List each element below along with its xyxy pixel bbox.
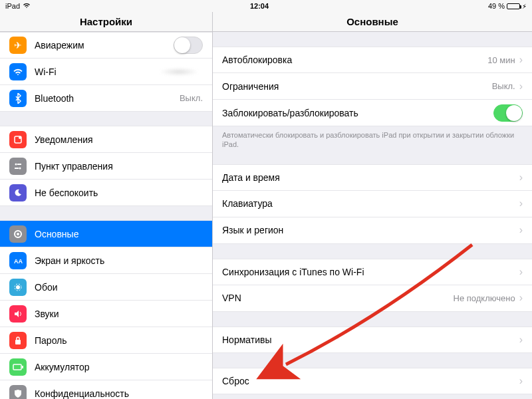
sidebar-item-wifi[interactable]: Wi-Fi [0, 59, 212, 85]
lockunlock-footer: Автоматически блокировать и разблокирова… [213, 126, 532, 150]
svg-rect-11 [15, 340, 21, 344]
row-regulatory[interactable]: Нормативы › [213, 327, 532, 353]
sidebar-item-general[interactable]: Основные [0, 221, 212, 247]
control-center-icon [9, 158, 27, 175]
clock: 12:04 [31, 2, 488, 10]
chevron-right-icon: › [519, 375, 523, 387]
dnd-icon [9, 184, 27, 201]
sidebar-item-label: Не беспокоить [35, 188, 203, 198]
sidebar-item-wallpaper[interactable]: Обои [0, 274, 212, 301]
svg-rect-5 [15, 168, 19, 169]
row-restrictions[interactable]: Ограничения Выкл. › [213, 73, 532, 100]
lockunlock-toggle[interactable] [493, 104, 523, 122]
svg-text:AA: AA [14, 258, 23, 265]
sidebar-item-label: Обои [35, 282, 203, 293]
battery-icon [507, 3, 520, 9]
wifi-icon [9, 63, 27, 80]
row-itunes-wifi[interactable]: Синхронизация с iTunes по Wi-Fi › [213, 259, 532, 285]
sidebar-item-label: Wi-Fi [35, 66, 159, 77]
sidebar-item-display[interactable]: AA Экран и яркость [0, 247, 212, 274]
sounds-icon [9, 305, 27, 323]
bluetooth-value: Выкл. [180, 93, 203, 103]
row-label: VPN [222, 293, 454, 303]
row-lockunlock[interactable]: Заблокировать/разблокировать [213, 100, 532, 126]
sidebar-item-privacy[interactable]: Конфиденциальность [0, 380, 212, 399]
chevron-right-icon: › [519, 224, 523, 236]
wifi-icon [23, 2, 31, 10]
chevron-right-icon: › [519, 54, 523, 66]
row-label: Нормативы [222, 334, 519, 345]
row-label: Сброс [222, 376, 519, 386]
sidebar-item-airplane[interactable]: ✈ Авиарежим [0, 32, 212, 59]
row-reset[interactable]: Сброс › [213, 368, 532, 394]
row-label: Ограничения [222, 81, 492, 92]
wallpaper-icon [9, 279, 27, 296]
airplane-icon: ✈ [9, 37, 27, 54]
sidebar-item-label: Звуки [35, 309, 203, 319]
row-langregion[interactable]: Язык и регион › [213, 217, 532, 244]
sidebar-item-label: Bluetooth [35, 93, 180, 104]
sidebar-item-control-center[interactable]: Пункт управления [0, 153, 212, 180]
wifi-network-blur [159, 68, 199, 76]
svg-rect-13 [22, 366, 23, 368]
svg-point-2 [15, 163, 17, 165]
chevron-right-icon: › [519, 266, 523, 278]
sidebar-item-passcode[interactable]: Пароль [0, 327, 212, 354]
sidebar-item-label: Уведомления [35, 134, 203, 145]
row-label: Синхронизация с iTunes по Wi-Fi [222, 267, 519, 277]
sidebar-item-bluetooth[interactable]: Bluetooth Выкл. [0, 85, 212, 112]
svg-point-9 [16, 285, 20, 289]
svg-rect-3 [17, 164, 21, 165]
battery-cell-icon [9, 358, 27, 376]
settings-sidebar: ✈ Авиарежим Wi-Fi Bluetooth Выкл. Уведом… [0, 32, 213, 399]
row-label: Заблокировать/разблокировать [222, 108, 493, 118]
chevron-right-icon: › [519, 334, 523, 346]
charging-icon: ⚡︎ [522, 3, 527, 10]
display-icon: AA [9, 252, 27, 269]
sidebar-title: Настройки [0, 12, 213, 32]
battery-percent: 49 % [488, 2, 505, 10]
sidebar-item-label: Пункт управления [35, 161, 203, 172]
svg-point-7 [17, 233, 19, 235]
chevron-right-icon: › [519, 198, 523, 209]
lock-icon [9, 332, 27, 349]
chevron-right-icon: › [519, 80, 523, 92]
row-autolock[interactable]: Автоблокировка 10 мин › [213, 47, 532, 73]
airplane-toggle[interactable] [174, 37, 203, 54]
sidebar-item-label: Конфиденциальность [35, 388, 203, 399]
notifications-icon [9, 131, 27, 148]
row-label: Дата и время [222, 172, 519, 183]
vpn-value: Не подключено [454, 293, 515, 303]
general-detail: Автоблокировка 10 мин › Ограничения Выкл… [213, 32, 532, 399]
row-datetime[interactable]: Дата и время › [213, 164, 532, 191]
row-vpn[interactable]: VPN Не подключено › [213, 285, 532, 312]
svg-rect-12 [13, 364, 21, 370]
gear-icon [9, 225, 27, 243]
chevron-right-icon: › [519, 172, 523, 184]
sidebar-item-label: Основные [35, 229, 203, 239]
svg-point-4 [19, 167, 21, 169]
row-keyboard[interactable]: Клавиатура › [213, 191, 532, 217]
row-label: Язык и регион [222, 225, 519, 235]
device-label: iPad [5, 2, 20, 10]
sidebar-item-notifications[interactable]: Уведомления [0, 126, 212, 153]
chevron-right-icon: › [519, 292, 523, 304]
sidebar-item-label: Экран и яркость [35, 255, 203, 266]
restrictions-value: Выкл. [492, 81, 515, 91]
page-title: Основные [213, 12, 532, 32]
autolock-value: 10 мин [487, 55, 515, 65]
status-bar: iPad 12:04 49 % ⚡︎ [0, 0, 532, 12]
row-label: Автоблокировка [222, 55, 487, 65]
sidebar-item-dnd[interactable]: Не беспокоить [0, 180, 212, 206]
sidebar-item-sounds[interactable]: Звуки [0, 301, 212, 327]
privacy-icon [9, 385, 27, 400]
sidebar-item-label: Авиарежим [35, 40, 174, 51]
sidebar-item-label: Пароль [35, 335, 203, 346]
row-label: Клавиатура [222, 198, 519, 209]
bluetooth-icon [9, 90, 27, 107]
sidebar-item-battery[interactable]: Аккумулятор [0, 354, 212, 380]
svg-point-1 [19, 136, 21, 139]
sidebar-item-label: Аккумулятор [35, 362, 203, 372]
